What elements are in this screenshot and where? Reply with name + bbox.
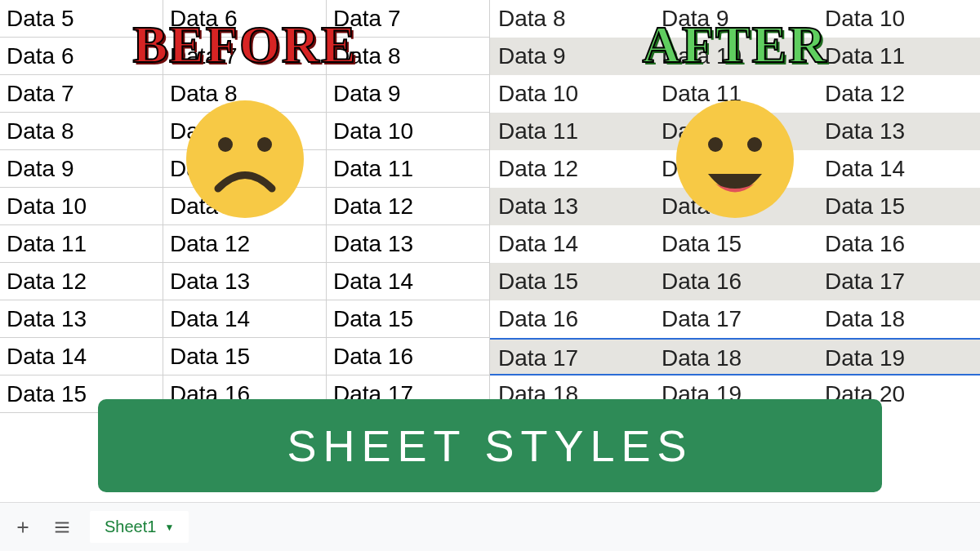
cell[interactable]: Data 11 <box>490 113 653 150</box>
svg-point-3 <box>676 100 794 218</box>
cell[interactable]: Data 13 <box>163 263 327 300</box>
cell[interactable]: Data 17 <box>817 263 980 300</box>
all-sheets-button[interactable] <box>51 516 74 539</box>
cell[interactable]: Data 18 <box>817 300 980 338</box>
svg-point-0 <box>186 100 304 218</box>
cell[interactable]: Data 12 <box>0 263 163 300</box>
cell[interactable]: Data 16 <box>327 338 490 375</box>
add-sheet-button[interactable] <box>11 516 34 539</box>
cell[interactable]: Data 10 <box>817 0 980 38</box>
svg-point-4 <box>708 137 723 152</box>
cell[interactable]: Data 12 <box>490 150 653 188</box>
svg-point-5 <box>747 137 762 152</box>
cell[interactable]: Data 9 <box>490 38 653 75</box>
cell[interactable]: Data 14 <box>490 225 653 263</box>
cell[interactable]: Data 17 <box>653 300 817 338</box>
cell[interactable]: Data 11 <box>817 38 980 75</box>
svg-point-1 <box>218 137 233 152</box>
cell[interactable]: Data 15 <box>327 300 490 338</box>
cell[interactable]: Data 15 <box>490 263 653 300</box>
cell[interactable]: Data 14 <box>0 338 163 375</box>
sad-face-icon <box>184 98 306 220</box>
sheet-tab-bar: Sheet1 ▼ <box>0 502 980 551</box>
cell[interactable]: Data 16 <box>653 263 817 300</box>
sheet-tab[interactable]: Sheet1 ▼ <box>90 511 189 543</box>
cell[interactable]: Data 13 <box>490 188 653 225</box>
sheet-styles-banner: SHEET STYLES <box>98 399 882 492</box>
cell[interactable]: Data 8 <box>490 0 653 38</box>
cell[interactable]: Data 7 <box>0 75 163 113</box>
cell[interactable]: Data 15 <box>653 225 817 263</box>
after-label: AFTER <box>643 15 828 75</box>
cell[interactable]: Data 8 <box>0 113 163 150</box>
cell[interactable]: Data 14 <box>163 300 327 338</box>
cell[interactable]: Data 11 <box>0 225 163 263</box>
happy-face-icon <box>674 98 796 220</box>
cell[interactable]: Data 14 <box>817 150 980 188</box>
cell[interactable]: Data 16 <box>817 225 980 263</box>
cell[interactable]: Data 13 <box>817 113 980 150</box>
cell[interactable]: Data 14 <box>327 263 490 300</box>
cell[interactable]: Data 16 <box>490 300 653 338</box>
cell[interactable]: Data 12 <box>163 225 327 263</box>
cell[interactable]: Data 17 <box>490 338 653 375</box>
cell[interactable]: Data 11 <box>327 150 490 188</box>
cell[interactable]: Data 10 <box>490 75 653 113</box>
cell[interactable]: Data 13 <box>0 300 163 338</box>
cell[interactable]: Data 10 <box>327 113 490 150</box>
cell[interactable]: Data 19 <box>817 338 980 375</box>
cell[interactable]: Data 10 <box>0 188 163 225</box>
cell[interactable]: Data 15 <box>163 338 327 375</box>
cell[interactable]: Data 12 <box>817 75 980 113</box>
before-label: BEFORE <box>132 15 357 75</box>
sheet-tab-label: Sheet1 <box>105 518 156 536</box>
cell[interactable]: Data 15 <box>817 188 980 225</box>
cell[interactable]: Data 9 <box>0 150 163 188</box>
chevron-down-icon: ▼ <box>164 522 174 533</box>
cell[interactable]: Data 12 <box>327 188 490 225</box>
cell[interactable]: Data 13 <box>327 225 490 263</box>
cell[interactable]: Data 9 <box>327 75 490 113</box>
cell[interactable]: Data 18 <box>653 338 817 375</box>
svg-point-2 <box>257 137 272 152</box>
